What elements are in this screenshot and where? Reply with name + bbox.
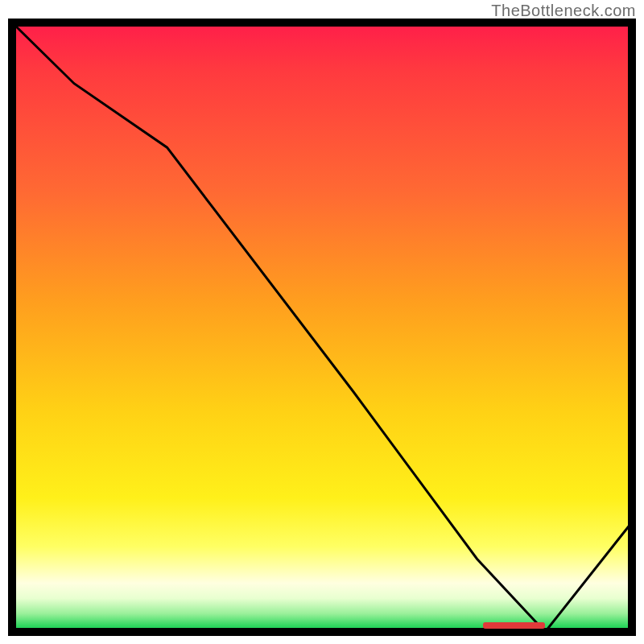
axes-frame <box>12 23 632 632</box>
chart-svg <box>12 23 632 632</box>
attribution-text: TheBottleneck.com <box>491 2 636 20</box>
optimum-marker-bar <box>483 622 545 629</box>
bottleneck-curve-path <box>12 23 632 632</box>
chart-plot-area <box>12 23 632 632</box>
chart-container: TheBottleneck.com <box>0 0 644 644</box>
